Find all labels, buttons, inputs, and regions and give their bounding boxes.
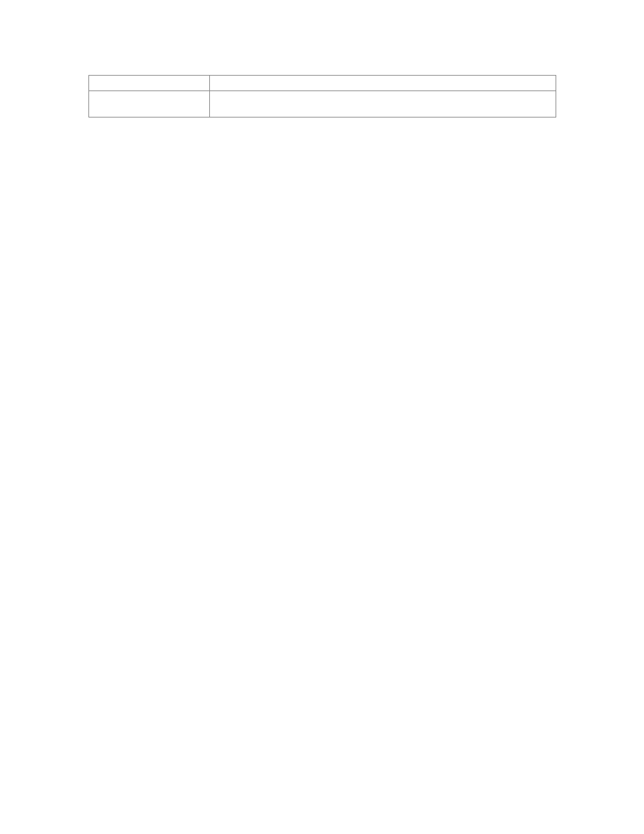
table-row: [89, 91, 556, 118]
document-page: [0, 0, 644, 834]
table-cell: [209, 91, 556, 118]
table-cell: [89, 91, 210, 118]
two-column-table: [88, 75, 556, 118]
table-cell: [209, 76, 556, 91]
table-row: [89, 76, 556, 91]
table-cell: [89, 76, 210, 91]
